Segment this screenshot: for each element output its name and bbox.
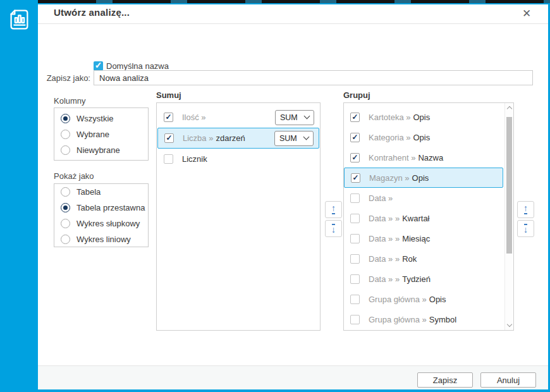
checkbox-icon[interactable]: ✓ — [350, 274, 360, 284]
radio-icon — [61, 114, 70, 123]
field-label: Data » »Miesiąc — [369, 234, 430, 243]
analysis-document-icon[interactable] — [6, 6, 32, 33]
checkbox-icon[interactable]: ✓ — [164, 113, 173, 122]
field-label: Grupa główna »Symbol — [369, 315, 456, 324]
sum-row-licznik[interactable]: ✓Licznik — [157, 149, 319, 169]
field-name: Kontrahent » — [369, 153, 415, 162]
field-name: Data » — [369, 193, 393, 203]
group-move-down-button[interactable]: ↓ — [517, 220, 534, 237]
field-value: zdarzeń — [216, 133, 245, 143]
field-label: Ilość » — [182, 113, 206, 122]
group-row-data[interactable]: ✓Data » — [344, 188, 503, 208]
group-move-up-button[interactable]: ↑ — [517, 201, 534, 218]
field-value: Tydzień — [402, 274, 431, 284]
group-row-data-rok[interactable]: ✓Data » »Rok — [344, 248, 503, 269]
scroll-down-icon[interactable] — [507, 322, 512, 327]
field-label: Kontrahent »Nazwa — [369, 153, 443, 162]
field-value: Miesiąc — [402, 234, 430, 243]
checkbox-icon[interactable]: ✓ — [350, 214, 360, 223]
group-list: ✓Kartoteka »Opis✓Kategoria »Opis✓Kontrah… — [343, 102, 514, 331]
radio-option-tabela-przestawna[interactable]: Tabela przestawna — [61, 200, 148, 216]
radio-label: Wszystkie — [76, 114, 114, 123]
save-button[interactable]: Zapisz — [417, 372, 473, 388]
default-name-checkbox[interactable]: ✓ — [94, 61, 103, 71]
window-bottom-border — [38, 389, 550, 392]
columns-group-label: Kolumny — [54, 96, 86, 106]
group-row-kontrahent-nazwa[interactable]: ✓Kontrahent »Nazwa — [344, 147, 503, 168]
radio-option-wszystkie[interactable]: Wszystkie — [61, 111, 148, 126]
group-row-magazyn-opis[interactable]: ✓Magazyn »Opis — [344, 168, 503, 188]
radio-option-wykres-slupkowy[interactable]: Wykres słupkowy — [61, 216, 148, 231]
arrow-down-icon: ↓ — [331, 226, 336, 234]
group-row-kategoria-opis[interactable]: ✓Kategoria »Opis — [344, 127, 503, 147]
sum-row-ilosc[interactable]: ✓Ilość »SUM — [157, 107, 319, 128]
dialog-titlebar: Utwórz analizę... ✕ — [38, 4, 548, 24]
app-sidebar — [0, 0, 38, 392]
cancel-button[interactable]: Anuluj — [480, 372, 536, 388]
sum-move-down-button[interactable]: ↓ — [325, 220, 342, 237]
field-label: Data » »Tydzień — [369, 274, 431, 284]
sum-panel-label: Sumuj — [156, 90, 181, 100]
scrollbar-thumb[interactable] — [506, 117, 512, 254]
group-row-grupa-glowna-symbol[interactable]: ✓Grupa główna »Symbol — [344, 309, 503, 329]
field-name: Ilość » — [182, 113, 206, 122]
sum-list: ✓Ilość »SUM✓Liczba »zdarzeńSUM✓Licznik — [156, 102, 321, 331]
group-row-data-miesiac[interactable]: ✓Data » »Miesiąc — [344, 228, 503, 248]
checkbox-icon[interactable]: ✓ — [350, 133, 360, 142]
checkbox-icon[interactable]: ✓ — [350, 153, 360, 162]
checkbox-icon[interactable]: ✓ — [351, 173, 360, 183]
field-name: Grupa główna » — [369, 295, 427, 304]
field-name: Kategoria » — [369, 133, 411, 142]
checkbox-icon[interactable]: ✓ — [350, 193, 360, 203]
save-as-input[interactable] — [94, 70, 533, 85]
field-value: Opis — [429, 295, 446, 304]
checkbox-icon[interactable]: ✓ — [164, 133, 174, 143]
checkbox-icon[interactable]: ✓ — [350, 234, 360, 243]
field-label: Kartoteka »Opis — [369, 113, 430, 122]
checkbox-icon[interactable]: ✓ — [350, 315, 360, 324]
checkbox-icon[interactable]: ✓ — [350, 113, 360, 122]
sum-row-liczba-zdarzen[interactable]: ✓Liczba »zdarzeńSUM — [157, 128, 319, 149]
field-label: Kategoria »Opis — [369, 133, 430, 142]
checkbox-icon[interactable]: ✓ — [350, 295, 360, 304]
chevron-down-icon — [304, 113, 310, 119]
columns-radio-group: WszystkieWybraneNiewybrane — [54, 107, 149, 161]
field-value: Kwartał — [402, 214, 429, 223]
arrow-down-icon: ↓ — [523, 226, 528, 234]
radio-option-niewybrane[interactable]: Niewybrane — [61, 142, 148, 158]
group-row-data-tydzien[interactable]: ✓Data » »Tydzień — [344, 269, 503, 289]
save-as-label: Zapisz jako: — [38, 73, 90, 83]
aggregate-value: SUM — [279, 134, 297, 143]
radio-icon — [61, 187, 70, 197]
field-name: Grupa główna » — [369, 315, 427, 324]
radio-label: Wykres liniowy — [76, 235, 131, 244]
field-name: Data » » — [369, 254, 400, 264]
field-value: Opis — [412, 173, 429, 183]
field-label: Liczba »zdarzeń — [183, 133, 245, 143]
sum-move-up-button[interactable]: ↑ — [325, 201, 342, 218]
dialog-footer: Zapisz Anuluj — [38, 365, 548, 389]
aggregate-select[interactable]: SUM — [275, 110, 314, 125]
group-row-data-kwartal[interactable]: ✓Data » »Kwartał — [344, 208, 503, 228]
checkbox-icon[interactable]: ✓ — [164, 154, 173, 164]
field-label: Data » — [369, 193, 393, 203]
field-label: Data » »Rok — [369, 254, 417, 264]
radio-option-wykres-liniowy[interactable]: Wykres liniowy — [61, 231, 148, 247]
aggregate-select[interactable]: SUM — [274, 131, 314, 146]
default-name-row: ✓ Domyślna nazwa — [94, 61, 169, 71]
group-row-kartoteka-opis[interactable]: ✓Kartoteka »Opis — [344, 107, 503, 127]
radio-icon — [61, 130, 70, 139]
radio-option-tabela[interactable]: Tabela — [61, 184, 148, 200]
group-list-scrollbar[interactable] — [504, 103, 513, 330]
radio-icon — [61, 145, 70, 155]
radio-label: Wybrane — [76, 130, 109, 139]
field-label: Magazyn »Opis — [369, 173, 429, 183]
close-icon[interactable]: ✕ — [519, 6, 534, 21]
radio-option-wybrane[interactable]: Wybrane — [61, 126, 148, 142]
field-name: Data » » — [369, 274, 400, 284]
checkbox-icon[interactable]: ✓ — [350, 254, 360, 264]
radio-icon — [61, 235, 70, 244]
scroll-up-icon[interactable] — [507, 106, 512, 111]
group-row-grupa-glowna-opis[interactable]: ✓Grupa główna »Opis — [344, 289, 503, 309]
aggregate-value: SUM — [280, 113, 298, 122]
